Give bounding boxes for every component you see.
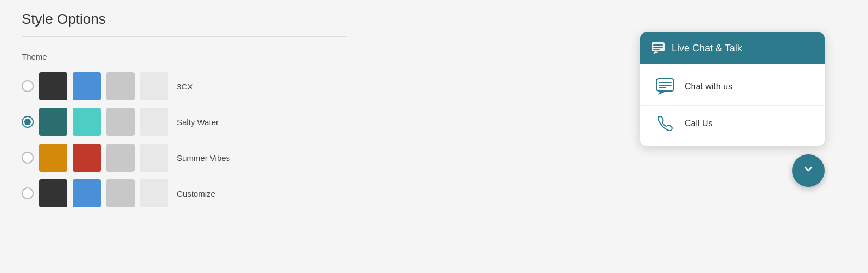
theme-name-customize: Customize [177, 189, 215, 198]
radio-salty-water[interactable] [22, 116, 34, 128]
chat-widget-title: Live Chat & Talk [672, 43, 742, 54]
theme-row-summer-vibes[interactable]: Summer Vibes [22, 144, 347, 172]
chat-widget-header: Live Chat & Talk [640, 32, 825, 64]
radio-summer-vibes[interactable] [22, 152, 34, 164]
chat-option-call[interactable]: Call Us [640, 106, 825, 141]
left-panel: Style Options Theme 3CXSalty WaterSummer… [22, 11, 347, 262]
color-swatch-customize-3 [140, 179, 168, 207]
color-swatch-salty-water-0 [39, 108, 67, 136]
page-title: Style Options [22, 11, 347, 28]
theme-name-summer-vibes: Summer Vibes [177, 153, 230, 162]
page-container: Style Options Theme 3CXSalty WaterSummer… [0, 0, 868, 273]
chat-header-icon [651, 41, 665, 55]
color-swatch-summer-vibes-0 [39, 144, 67, 172]
theme-row-customize[interactable]: Customize [22, 179, 347, 207]
section-divider [22, 36, 347, 37]
theme-row-3cx[interactable]: 3CX [22, 72, 347, 100]
color-swatch-salty-water-1 [73, 108, 101, 136]
chat-option-label-chat: Chat with us [685, 82, 732, 92]
theme-section-label: Theme [22, 52, 347, 61]
radio-inner-salty-water [24, 119, 31, 125]
chat-fab-button[interactable] [792, 154, 825, 187]
right-panel: Live Chat & Talk Chat with us Call Us [640, 32, 825, 187]
chat-widget-body: Chat with us Call Us [640, 64, 825, 146]
color-swatch-summer-vibes-1 [73, 144, 101, 172]
color-swatch-3cx-3 [140, 72, 168, 100]
color-swatch-3cx-2 [106, 72, 135, 100]
chevron-down-icon [802, 162, 815, 179]
color-swatch-customize-1 [73, 179, 101, 207]
color-swatch-summer-vibes-3 [140, 144, 168, 172]
chat-widget: Live Chat & Talk Chat with us Call Us [640, 32, 825, 146]
color-swatch-customize-0 [39, 179, 67, 207]
chat-option-chat[interactable]: Chat with us [640, 68, 825, 106]
theme-name-3cx: 3CX [177, 82, 193, 91]
radio-3cx[interactable] [22, 80, 34, 92]
theme-row-salty-water[interactable]: Salty Water [22, 108, 347, 136]
color-swatch-summer-vibes-2 [106, 144, 135, 172]
theme-list: 3CXSalty WaterSummer VibesCustomize [22, 72, 347, 207]
chat-option-label-call: Call Us [685, 119, 713, 128]
theme-name-salty-water: Salty Water [177, 118, 219, 127]
color-swatch-salty-water-3 [140, 108, 168, 136]
call-icon [655, 115, 675, 132]
radio-customize[interactable] [22, 187, 34, 199]
color-swatch-3cx-0 [39, 72, 67, 100]
color-swatch-3cx-1 [73, 72, 101, 100]
color-swatch-salty-water-2 [106, 108, 135, 136]
chat-icon [655, 78, 675, 95]
color-swatch-customize-2 [106, 179, 135, 207]
